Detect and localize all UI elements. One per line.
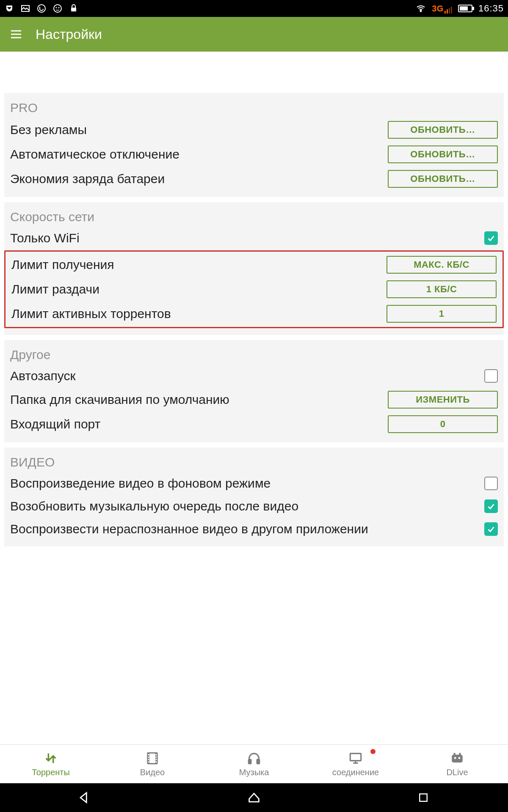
svg-rect-33 — [454, 753, 456, 755]
label-active-limit: Лимит активных торрентов — [11, 307, 171, 321]
tab-music[interactable]: Музыка — [203, 745, 305, 783]
checkbox-wifi-only[interactable] — [484, 231, 498, 245]
pocket-icon — [4, 3, 14, 14]
wifi-icon — [416, 3, 426, 14]
battery-icon — [458, 5, 472, 12]
section-title-pro: PRO — [4, 96, 504, 118]
row-battery: Экономия заряда батареи ОБНОВИТЬ… — [4, 167, 504, 191]
row-external-play[interactable]: Воспроизвести нераспознанное видео в дру… — [4, 518, 504, 540]
row-resume-music[interactable]: Возобновить музыкальную очередь после ви… — [4, 495, 504, 518]
tab-torrents[interactable]: Торренты — [0, 745, 102, 783]
section-title-other: Другое — [4, 343, 504, 365]
svg-rect-19 — [148, 759, 149, 760]
svg-rect-20 — [148, 761, 149, 763]
cellular-3g-indicator: 3G — [432, 4, 452, 14]
svg-rect-30 — [452, 755, 463, 763]
label-battery: Экономия заряда батареи — [10, 172, 165, 186]
label-ul-limit: Лимит раздачи — [11, 282, 99, 296]
change-folder-button[interactable]: ИЗМЕНИТЬ — [388, 391, 498, 409]
label-bg-play: Воспроизведение видео в фоновом режиме — [10, 476, 271, 491]
recent-apps-button[interactable] — [415, 789, 432, 806]
svg-rect-7 — [444, 11, 446, 14]
label-no-ads: Без рекламы — [10, 123, 87, 137]
utorrent-icon — [36, 3, 47, 14]
row-ul-limit: Лимит раздачи 1 КБ/С — [6, 277, 502, 302]
svg-marker-35 — [80, 793, 86, 803]
back-button[interactable] — [76, 789, 93, 806]
row-incoming-port: Входящий порт 0 — [4, 412, 504, 436]
svg-point-3 — [56, 7, 57, 8]
label-incoming-port: Входящий порт — [10, 417, 100, 431]
dl-limit-button[interactable]: МАКС. КБ/С — [387, 256, 497, 274]
svg-rect-5 — [71, 8, 76, 11]
connection-badge-icon — [370, 749, 375, 754]
checkbox-external-play[interactable] — [484, 522, 498, 536]
tab-label-connection: соединение — [332, 768, 379, 777]
svg-rect-25 — [248, 760, 251, 764]
monitor-icon — [348, 751, 363, 766]
svg-rect-32 — [458, 757, 460, 759]
film-icon — [145, 751, 160, 766]
settings-scroll-area[interactable]: PRO Без рекламы ОБНОВИТЬ… Автоматическое… — [0, 52, 508, 744]
row-autostart[interactable]: Автозапуск — [4, 365, 504, 387]
svg-point-1 — [38, 5, 45, 12]
system-status-bar: 3G 16:35 — [0, 0, 508, 17]
dlive-icon — [450, 751, 465, 766]
tab-dlive[interactable]: DLive — [406, 745, 508, 783]
svg-rect-22 — [156, 757, 157, 758]
checkbox-autostart[interactable] — [484, 369, 498, 383]
row-dl-limit: Лимит получения МАКС. КБ/С — [6, 252, 502, 277]
row-no-ads: Без рекламы ОБНОВИТЬ… — [4, 118, 504, 142]
tab-video[interactable]: Видео — [102, 745, 203, 783]
row-download-folder: Папка для скачивания по умолчанию ИЗМЕНИ… — [4, 387, 504, 412]
app-bar: Настройки — [0, 17, 508, 52]
svg-rect-27 — [350, 754, 361, 761]
hamburger-menu-icon[interactable] — [8, 27, 24, 42]
upgrade-no-ads-button[interactable]: ОБНОВИТЬ… — [388, 121, 498, 139]
lock-icon — [69, 3, 79, 14]
svg-point-4 — [58, 7, 60, 8]
label-resume-music: Возобновить музыкальную очередь после ви… — [10, 499, 298, 513]
section-network: Скорость сети Только WiFi Лимит получени… — [4, 202, 504, 335]
app-icon — [52, 3, 63, 14]
svg-rect-8 — [447, 9, 448, 14]
active-limit-button[interactable]: 1 — [387, 305, 497, 323]
headphones-icon — [246, 751, 262, 766]
ul-limit-button[interactable]: 1 КБ/С — [387, 280, 497, 298]
transfer-icon — [43, 751, 58, 766]
home-button[interactable] — [246, 789, 262, 806]
upgrade-battery-button[interactable]: ОБНОВИТЬ… — [388, 170, 498, 188]
bottom-tab-bar: Торренты Видео Музыка соединение DLive — [0, 744, 508, 783]
clock-text: 16:35 — [478, 3, 504, 14]
row-active-limit: Лимит активных торрентов 1 — [6, 302, 502, 326]
svg-rect-26 — [257, 760, 260, 764]
svg-rect-10 — [451, 7, 452, 14]
svg-rect-21 — [156, 754, 157, 755]
svg-rect-36 — [420, 794, 427, 801]
svg-rect-23 — [156, 759, 157, 760]
checkbox-bg-play[interactable] — [484, 477, 498, 490]
gallery-icon — [20, 3, 30, 14]
tab-connection[interactable]: соединение — [305, 745, 406, 783]
label-auto-off: Автоматическое отключение — [10, 147, 179, 162]
svg-rect-18 — [148, 757, 149, 758]
label-external-play: Воспроизвести нераспознанное видео в дру… — [10, 522, 368, 536]
upgrade-auto-off-button[interactable]: ОБНОВИТЬ… — [388, 145, 498, 163]
tab-label-dlive: DLive — [446, 768, 468, 777]
section-pro: PRO Без рекламы ОБНОВИТЬ… Автоматическое… — [4, 93, 504, 197]
tab-label-torrents: Торренты — [32, 768, 70, 777]
svg-rect-31 — [454, 757, 456, 759]
row-wifi-only[interactable]: Только WiFi — [4, 227, 504, 250]
svg-rect-17 — [148, 754, 149, 755]
incoming-port-button[interactable]: 0 — [388, 415, 498, 433]
tab-label-music: Музыка — [239, 768, 269, 777]
svg-point-6 — [420, 11, 422, 12]
svg-rect-9 — [449, 8, 450, 14]
label-autostart: Автозапуск — [10, 369, 76, 383]
tab-label-video: Видео — [140, 768, 165, 777]
svg-point-2 — [54, 5, 61, 12]
checkbox-resume-music[interactable] — [484, 499, 498, 513]
svg-rect-34 — [459, 753, 461, 755]
section-title-video: ВИДЕО — [4, 451, 504, 472]
row-bg-play[interactable]: Воспроизведение видео в фоновом режиме — [4, 472, 504, 495]
